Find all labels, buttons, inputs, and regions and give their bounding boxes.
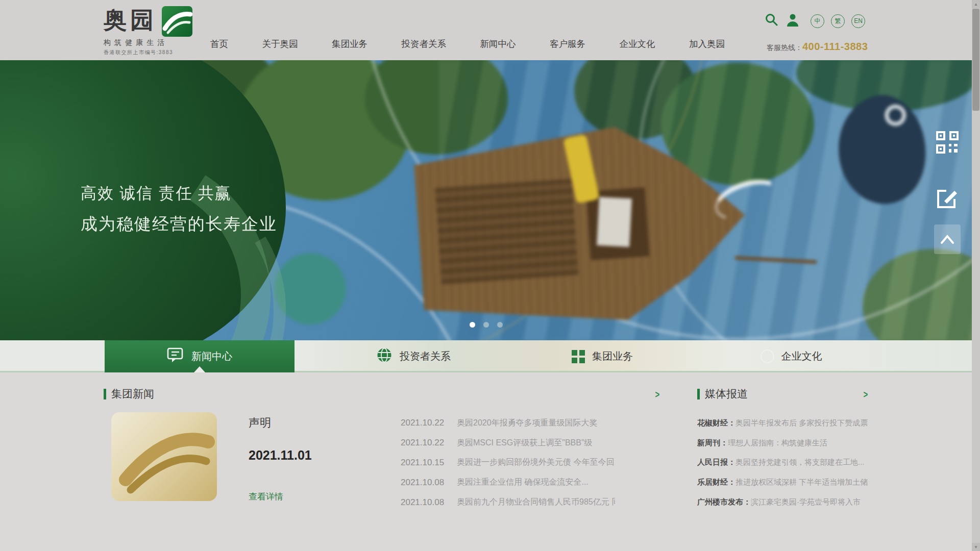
tab-label: 投资者关系: [400, 349, 451, 363]
media-reports-more-arrow[interactable]: >: [863, 389, 868, 400]
vertical-scrollbar[interactable]: ▲ ▼: [972, 0, 980, 551]
featured-news-date: 2021.11.01: [249, 448, 312, 463]
nav-item-join[interactable]: 加入奥园: [689, 38, 725, 50]
news-date: 2021.10.08: [401, 478, 457, 488]
news-item[interactable]: 2021.10.22 奥园MSCI ESG评级获上调至"BBB"级: [401, 433, 615, 453]
service-hotline: 客服热线： 400-111-3883: [767, 41, 868, 53]
user-icon[interactable]: [786, 13, 800, 29]
hero-slogan-line1: 高效 诚信 责任 共赢: [81, 183, 277, 204]
media-item[interactable]: 花椒财经： 奥园半年报发布后 多家投行投下赞成票: [697, 413, 877, 433]
lang-traditional-button[interactable]: 繁: [831, 14, 845, 28]
news-date: 2021.10.15: [401, 458, 457, 468]
tab-label: 新闻中心: [191, 349, 232, 363]
media-source: 新周刊：: [697, 438, 728, 448]
media-source: 花椒财经：: [697, 418, 736, 428]
news-title: 奥园2020年报勇夺多项重量级国际大奖: [457, 418, 615, 429]
hero-slogan-line2: 成为稳健经营的长寿企业: [81, 213, 277, 236]
media-item[interactable]: 乐居财经： 推进放权区域深耕 下半年适当增加土储: [697, 472, 877, 492]
media-reports-header: 媒体报道: [697, 387, 748, 401]
hero-banner[interactable]: 高效 诚信 责任 共赢 成为稳健经营的长寿企业: [0, 60, 980, 340]
qr-code-icon[interactable]: [936, 131, 959, 156]
media-reports-list: 花椒财经： 奥园半年报发布后 多家投行投下赞成票 新周刊： 理想人居指南：构筑健…: [697, 413, 877, 512]
logo-listing-code: 香港联交所上市编号:3883: [104, 49, 192, 56]
nav-item-culture[interactable]: 企业文化: [620, 38, 655, 50]
news-date: 2021.10.22: [401, 438, 457, 448]
aoyuan-swoosh-icon: [162, 6, 192, 37]
site-header: 奥园 构筑健康生活 香港联交所上市编号:3883 首页 关于奥园 集团业务 投资…: [0, 0, 980, 60]
tab-group-business[interactable]: 集团业务: [531, 340, 674, 372]
section-title: 集团新闻: [111, 387, 154, 401]
media-item[interactable]: 新周刊： 理想人居指南：构筑健康生活: [697, 433, 877, 453]
logo-tagline: 构筑健康生活: [104, 38, 192, 47]
featured-news-image[interactable]: [111, 412, 217, 501]
section-bar: [104, 389, 106, 399]
media-title: 推进放权区域深耕 下半年适当增加土储: [736, 478, 868, 487]
edit-icon[interactable]: [936, 187, 959, 211]
nav-item-business[interactable]: 集团业务: [332, 38, 368, 50]
tab-news-center[interactable]: 新闻中心: [105, 340, 295, 372]
grid-icon: [572, 350, 585, 363]
tab-label: 集团业务: [592, 349, 633, 363]
nav-item-news[interactable]: 新闻中心: [480, 38, 516, 50]
nav-item-investor[interactable]: 投资者关系: [402, 38, 447, 50]
media-source: 人民日报：: [697, 458, 736, 467]
media-item[interactable]: 广州楼市发布： 滨江豪宅奥园·学苑壹号即将入市: [697, 492, 877, 512]
main-nav: 首页 关于奥园 集团业务 投资者关系 新闻中心 客户服务 企业文化 加入奥园: [210, 38, 725, 50]
hero-slogan: 高效 诚信 责任 共赢 成为稳健经营的长寿企业: [81, 183, 277, 236]
carousel-dot[interactable]: [470, 322, 475, 328]
back-to-top-button[interactable]: [934, 224, 961, 254]
section-bar: [697, 389, 700, 399]
hotline-label: 客服热线：: [767, 43, 802, 53]
carousel-dot[interactable]: [483, 322, 489, 328]
view-details-link[interactable]: 查看详情: [249, 491, 283, 503]
nav-item-service[interactable]: 客户服务: [550, 38, 585, 50]
media-title: 理想人居指南：构筑健康生活: [728, 438, 827, 448]
news-item[interactable]: 2021.10.08 奥园注重企业信用 确保现金流安全...: [401, 472, 615, 492]
section-tabbar: 新闻中心 投资者关系 集团业务 企业文化: [0, 340, 980, 372]
news-title: 奥园进一步购回部份境外美元债 今年至今回...: [457, 457, 615, 468]
carousel-dots: [470, 322, 503, 328]
news-title: 奥园MSCI ESG评级获上调至"BBB"级: [457, 438, 615, 448]
tab-label: 企业文化: [781, 349, 822, 363]
news-date: 2021.10.22: [401, 418, 457, 428]
group-news-more-arrow[interactable]: >: [655, 389, 659, 400]
news-title: 奥园前九个月物业合同销售人民币985亿元 同...: [457, 497, 615, 508]
globe-icon: [376, 347, 393, 366]
scrollbar-thumb[interactable]: [972, 9, 979, 111]
news-item[interactable]: 2021.10.08 奥园前九个月物业合同销售人民币985亿元 同...: [401, 492, 615, 512]
featured-news-title[interactable]: 声明: [249, 415, 271, 431]
nav-item-home[interactable]: 首页: [210, 38, 228, 50]
search-icon[interactable]: [765, 13, 779, 29]
media-source: 广州楼市发布：: [697, 497, 751, 507]
scroll-down-arrow[interactable]: ▼: [972, 543, 980, 551]
tab-investor-relations[interactable]: 投资者关系: [327, 340, 500, 372]
scroll-up-arrow[interactable]: ▲: [972, 0, 980, 8]
news-section: 集团新闻 > 声明 2021.11.01 查看详情 2021.10.22 奥园2…: [0, 372, 980, 551]
media-source: 乐居财经：: [697, 478, 736, 487]
news-date: 2021.10.08: [401, 497, 457, 508]
lang-en-button[interactable]: EN: [851, 14, 865, 28]
tab-corporate-culture[interactable]: 企业文化: [725, 340, 857, 372]
media-title: 奥园半年报发布后 多家投行投下赞成票: [736, 418, 868, 428]
section-title: 媒体报道: [705, 387, 748, 401]
chat-bubble-icon: [167, 347, 184, 366]
group-news-header: 集团新闻: [104, 387, 154, 401]
brand-logo[interactable]: 奥园 构筑健康生活 香港联交所上市编号:3883: [104, 4, 192, 56]
group-news-list: 2021.10.22 奥园2020年报勇夺多项重量级国际大奖 2021.10.2…: [401, 413, 615, 512]
media-title: 滨江豪宅奥园·学苑壹号即将入市: [751, 497, 861, 507]
chevron-up-icon: [940, 234, 955, 244]
media-item[interactable]: 人民日报： 奥园坚持党建引领，将支部建在工地...: [697, 453, 877, 473]
carousel-dot[interactable]: [497, 322, 503, 328]
lang-zh-button[interactable]: 中: [811, 14, 824, 28]
news-item[interactable]: 2021.10.15 奥园进一步购回部份境外美元债 今年至今回...: [401, 453, 615, 473]
ring-icon: [761, 349, 774, 363]
nav-item-about[interactable]: 关于奥园: [262, 38, 298, 50]
news-title: 奥园注重企业信用 确保现金流安全...: [457, 477, 615, 488]
media-title: 奥园坚持党建引领，将支部建在工地...: [736, 458, 865, 467]
logo-text: 奥园: [104, 4, 157, 36]
news-item[interactable]: 2021.10.22 奥园2020年报勇夺多项重量级国际大奖: [401, 413, 615, 433]
hotline-number: 400-111-3883: [802, 41, 868, 53]
